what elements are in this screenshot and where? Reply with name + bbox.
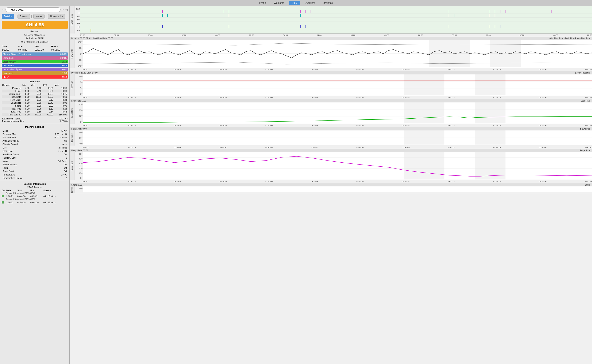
machine-setting-value: 2 cmH₂O <box>41 150 67 153</box>
tab-events[interactable]: Events <box>18 14 30 19</box>
pr-t7: 03:40:30 <box>357 97 364 99</box>
stats-cell-value: 9.48 <box>30 87 42 90</box>
next-date-button[interactable]: → <box>61 8 64 11</box>
pressure-range: Min 7.0 Max 11.0 (cmH₂O) <box>2 40 68 44</box>
lr-t7: 03:40:30 <box>357 124 364 127</box>
pin-icon[interactable]: ⊣ <box>65 8 68 11</box>
stats-cell-value: 32.20 <box>42 95 54 98</box>
cpap-session-row: 3/10/2100:44:3004:54:3104h 10m 01s <box>2 195 68 198</box>
divider-2 <box>0 181 69 181</box>
svg-rect-30 <box>449 25 449 28</box>
y-85: 85.0 <box>79 47 82 49</box>
machine-setting-value: APAP <box>41 129 67 132</box>
rr-t4: 03:39:45 <box>220 181 227 183</box>
nav-statistics[interactable]: Statistics <box>320 1 336 5</box>
machine-setting-label: Smart Start <box>2 170 41 173</box>
machine-setting-row: Humidity Level5 <box>2 156 67 159</box>
fl-t3: 03:39:30 <box>174 146 182 148</box>
svg-rect-14 <box>495 10 495 13</box>
svg-rect-17 <box>551 10 552 13</box>
date-box[interactable]: ✓ Mar 9 2021 <box>6 7 61 12</box>
nav-daily[interactable]: Daily <box>289 1 300 5</box>
rr-t5: 03:40:00 <box>265 181 273 183</box>
lr-t4: 03:39:45 <box>220 124 227 127</box>
cpap-session-start: 00:44:30 <box>17 195 30 198</box>
stats-row: Insp. Time0.201.963.124.24 <box>2 107 68 110</box>
resp-rate-body: Resp. Rate 50.0 40.0 30.0 20.0 10.0 0.0 <box>70 152 592 180</box>
cpap-session-id: ResMed Session #1615380960 <box>2 198 68 201</box>
machine-setting-value: No <box>41 139 67 143</box>
stats-cell-channel: Pressure <box>2 87 22 90</box>
stats-cell-channel: Leak Rate <box>2 101 22 104</box>
rr-y-50: 50.0 <box>79 153 82 155</box>
cpap-session-date: 3/10/21 <box>6 195 17 198</box>
rr-t1: 03:39:00 <box>83 181 90 183</box>
stats-cell-value: 900.00 <box>42 113 54 116</box>
snore-chart: Snore: 0.00 -Snore Snore 1.00 <box>70 183 592 193</box>
stats-cell-value: 1560.00 <box>54 113 68 116</box>
svg-rect-24 <box>490 14 490 17</box>
stats-cell-value: 0.00 <box>30 98 42 101</box>
fr-t2: 03:39:15 <box>128 68 136 71</box>
resp-rate-legend: -Resp. Rate <box>579 149 590 152</box>
resp-rate-time-labels: 03:39:00 03:39:15 03:39:30 03:39:45 03:4… <box>83 180 592 183</box>
svg-rect-20 <box>229 14 229 17</box>
tab-details[interactable]: Details <box>2 14 14 19</box>
obstructive-label: Obstructive <box>3 64 62 67</box>
rr-t12: 03:41:45 <box>585 181 592 183</box>
lr-y-31: 31.7 <box>79 115 82 117</box>
tab-bookmarks[interactable]: Bookmarks <box>48 14 65 19</box>
machine-setting-label: EPR <box>2 146 41 149</box>
stats-row: Resp. Rate0.0016.0032.2043.60 <box>2 95 68 98</box>
lr-t5: 03:40:00 <box>265 124 273 127</box>
fl-t6: 03:40:15 <box>311 146 318 148</box>
machine-setting-value: Full Time <box>41 146 67 149</box>
fl-t2: 03:39:15 <box>128 146 136 148</box>
pr-t4: 03:39:45 <box>220 97 227 99</box>
stats-cell-value: 10.66 <box>42 87 54 90</box>
tab-notes[interactable]: Notes <box>33 14 45 19</box>
col-date: Date <box>2 45 18 48</box>
machine-setting-value: Off <box>41 170 67 173</box>
lr-t1: 03:39:00 <box>83 124 90 127</box>
event-flags-time-axis: 01:00 01:30 02:00 02:30 03:00 03:30 04:0… <box>80 33 592 37</box>
cpap-session-checkbox[interactable] <box>2 201 6 204</box>
stats-cell-value: 43.60 <box>54 95 68 98</box>
nav-overview[interactable]: Overview <box>302 1 318 5</box>
rr-y-40: 40.0 <box>79 158 82 160</box>
session-row: 3/10/21 00:44:30 09:01:20 08:15:02 <box>2 48 68 51</box>
rr-t3: 03:39:30 <box>174 181 182 183</box>
prev-date-button[interactable]: ← <box>2 8 5 11</box>
snore-legend: -Snore <box>584 184 590 186</box>
flow-limit-title: Flow Limit.: 0.00 <box>71 128 87 130</box>
leak-rate-y-labels: 95.0 63.3 31.7 0.0 <box>74 102 83 124</box>
cpap-session-date: 3/10/21 <box>6 201 17 204</box>
rr-t7: 03:40:30 <box>357 181 364 183</box>
leak-rate-axis-label: Leak Rate <box>70 108 74 118</box>
machine-setting-label: Humidifier Status <box>2 153 41 156</box>
fl-t11: 03:41:30 <box>539 146 546 148</box>
fr-t11: 03:41:30 <box>539 68 546 71</box>
p-y-7: 7.0 <box>80 87 82 89</box>
leak-rate-svg <box>83 102 592 124</box>
time-02-00: 02:00 <box>148 34 153 36</box>
y-0: 0.0 <box>80 53 82 55</box>
cpap-session-checkbox[interactable] <box>2 195 6 198</box>
pressure-body: Pressure 11.0 9.0 7.0 5.0 <box>70 74 592 96</box>
rera-label: RERA <box>3 76 62 78</box>
nav-profile[interactable]: Profile <box>256 1 269 5</box>
stats-cell-value: 0.10 <box>42 98 54 101</box>
rr-y-30: 30.0 <box>79 163 82 165</box>
snore-info: Snore: 0.00 -Snore <box>70 183 592 186</box>
flow-rate-y-labels: 170.0 85.0 0.0 -85.0 -170.0 <box>74 40 83 68</box>
svg-rect-7 <box>224 10 224 13</box>
svg-rect-45 <box>475 102 505 124</box>
rr-t9: 03:41:00 <box>448 181 455 183</box>
svg-rect-38 <box>404 74 444 95</box>
pr-t1: 03:39:00 <box>83 97 90 99</box>
fl-t5: 03:40:00 <box>265 146 273 148</box>
nav-welcome[interactable]: Welcome <box>271 1 287 5</box>
obstructive-value: 0.48 <box>62 64 67 67</box>
charts-container: Event Flags CSR LL CA OA UA H RE <box>70 6 592 193</box>
pap-mode: PAP Mode: APAP <box>2 37 68 40</box>
